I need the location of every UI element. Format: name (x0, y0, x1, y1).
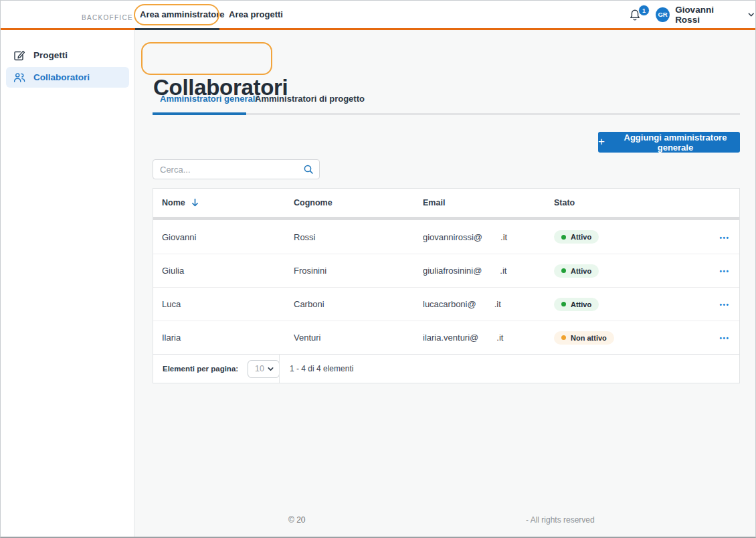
cell-nome: Giulia (162, 266, 294, 276)
status-badge: Non attivo (554, 331, 614, 345)
sidebar-item-label: Collaboratori (33, 72, 90, 82)
topbar: BACKOFFICE Area amministratore Area prog… (1, 1, 755, 28)
user-menu[interactable]: GR Giovanni Rossi (656, 1, 755, 28)
column-header-nome[interactable]: Nome (162, 198, 294, 207)
topnav-active-indicator (135, 28, 219, 30)
table-header: Nome Cognome Email Stato (153, 189, 739, 217)
cell-email: ilaria.venturi@.it (423, 333, 554, 343)
status-badge: Attivo (554, 230, 599, 244)
cell-nome: Ilaria (162, 333, 294, 343)
row-actions-button[interactable]: ••• (718, 230, 731, 245)
table-row: Giovanni Rossi giovannirossi@.it Attivo … (153, 220, 739, 254)
sidebar-item-label: Progetti (33, 50, 68, 60)
brand-logo: BACKOFFICE (82, 14, 133, 21)
cell-email: giovannirossi@.it (423, 232, 554, 242)
rights-reserved-text: - All rights reserved (526, 515, 595, 525)
main-content: Collaboratori Amministratori generali Am… (134, 30, 755, 537)
status-dot-icon (561, 302, 566, 306)
add-administrator-button[interactable]: + Aggiungi amministratore generale (598, 132, 740, 153)
cell-cognome: Venturi (294, 333, 423, 343)
cell-email: lucacarboni@.it (423, 299, 554, 309)
ellipsis-icon: ••• (719, 335, 729, 342)
user-name: Giovanni Rossi (675, 5, 738, 25)
ellipsis-icon: ••• (719, 234, 729, 242)
search-box (153, 159, 320, 179)
column-header-stato: Stato (554, 198, 710, 207)
row-actions-button[interactable]: ••• (718, 296, 731, 312)
cell-nome: Giovanni (162, 232, 294, 242)
app-window: BACKOFFICE Area amministratore Area prog… (0, 0, 756, 538)
sidebar: Progetti Collaboratori (1, 30, 134, 537)
cell-cognome: Carboni (294, 299, 423, 309)
page-size-select[interactable]: 10 (248, 360, 280, 378)
notification-badge: 1 (638, 5, 650, 16)
cell-cognome: Rossi (294, 232, 423, 242)
table-row: Luca Carboni lucacarboni@.it Attivo ••• (153, 287, 739, 321)
tab-amministratori-generali[interactable]: Amministratori generali (160, 94, 258, 104)
status-dot-icon (561, 335, 566, 340)
table-row: Giulia Frosinini giuliafrosinini@.it Att… (153, 254, 739, 287)
users-icon (13, 71, 26, 84)
add-administrator-label: Aggiungi amministratore generale (611, 132, 740, 153)
column-header-email: Email (423, 198, 554, 207)
topnav-area-progetti[interactable]: Area progetti (229, 1, 283, 28)
pagination-divider (279, 355, 280, 383)
cell-email: giuliafrosinini@.it (423, 266, 554, 276)
project-edit-icon (13, 49, 26, 62)
copyright-text: © 20 (288, 515, 306, 525)
table-row: Ilaria Venturi ilaria.venturi@.it Non at… (153, 321, 739, 354)
tab-amministratori-di-progetto[interactable]: Amministratori di progetto (255, 94, 365, 104)
table-pagination: Elementi per pagina: 10 1 - 4 di 4 eleme… (153, 354, 739, 383)
sidebar-item-progetti[interactable]: Progetti (6, 45, 129, 66)
sidebar-item-collaboratori[interactable]: Collaboratori (6, 67, 129, 88)
topbar-accent-line (1, 28, 755, 30)
active-tab-indicator (153, 112, 246, 115)
status-dot-icon (561, 235, 566, 240)
status-badge: Attivo (554, 298, 599, 311)
pagination-range: 1 - 4 di 4 elementi (290, 364, 353, 373)
cell-nome: Luca (162, 299, 294, 309)
plus-icon: + (598, 136, 605, 147)
column-header-cognome: Cognome (294, 198, 423, 207)
status-dot-icon (561, 268, 566, 273)
chevron-down-icon (267, 365, 274, 373)
row-actions-button[interactable]: ••• (718, 330, 731, 345)
row-actions-button[interactable]: ••• (718, 263, 731, 278)
status-badge: Attivo (554, 264, 599, 278)
search-input[interactable] (153, 159, 320, 179)
arrow-down-icon (191, 198, 199, 207)
notifications-button[interactable]: 1 (627, 7, 648, 25)
search-icon[interactable] (303, 164, 314, 175)
page-size-label: Elementi per pagina: (163, 365, 238, 373)
ellipsis-icon: ••• (719, 301, 729, 308)
cell-cognome: Frosinini (294, 266, 423, 276)
ellipsis-icon: ••• (719, 268, 729, 275)
topnav-area-amministratore[interactable]: Area amministratore (140, 1, 224, 28)
administrators-table: Nome Cognome Email Stato Giovanni Rossi … (153, 188, 740, 383)
chevron-down-icon (747, 11, 755, 19)
avatar: GR (656, 7, 670, 22)
